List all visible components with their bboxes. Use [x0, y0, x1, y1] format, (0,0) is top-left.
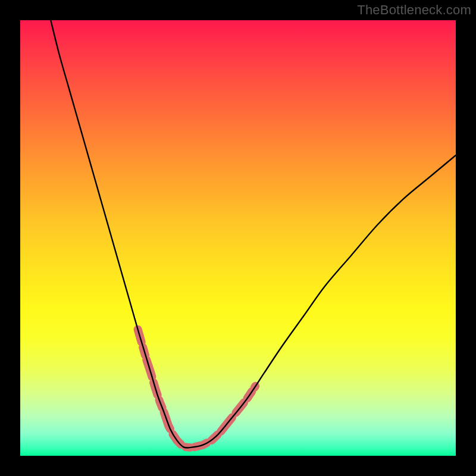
attribution-text: TheBottleneck.com: [357, 2, 471, 18]
series-highlight-left: [138, 330, 190, 447]
chart-plot-area: [20, 20, 456, 456]
chart-svg: [20, 20, 456, 456]
series-highlight-right: [195, 386, 255, 447]
